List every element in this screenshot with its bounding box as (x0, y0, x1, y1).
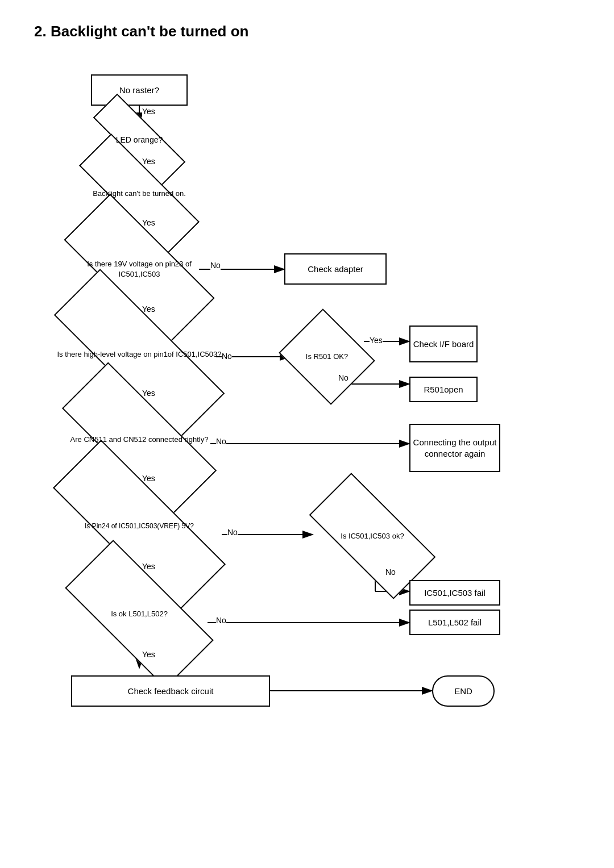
page: 2. Backlight can't be turned on (0, 0, 614, 868)
no-label-q7: No (216, 616, 226, 625)
no-label-q3: No (338, 373, 349, 382)
yes-label-2: Yes (142, 157, 155, 166)
q3-diamond: Is R501 OK? (290, 326, 364, 388)
ic501-fail-box: IC501,IC503 fail (409, 580, 500, 606)
yes-label-q7: Yes (142, 650, 155, 659)
q2-diamond: Is there high-level voltage on pin1of IC… (51, 322, 227, 387)
q5-diamond: Is Pin24 of IC501,IC503(VREF) 5V? (51, 492, 227, 560)
yes-label-3: Yes (142, 218, 155, 227)
yes-label-q1: Yes (142, 304, 155, 314)
page-title: 2. Backlight can't be turned on (34, 23, 580, 40)
yes-label-q4: Yes (142, 474, 155, 483)
check-adapter-box: Check adapter (284, 253, 387, 285)
yes-label-1: Yes (142, 107, 155, 116)
q7-diamond: Is ok L501,L502? (68, 580, 210, 648)
no-label-q6: No (385, 567, 396, 577)
no-label-q5: No (227, 528, 238, 537)
connecting-output-box: Connecting the output connector again (409, 424, 500, 472)
check-if-board-box: Check I/F board (409, 326, 478, 362)
l501-fail-box: L501,L502 fail (409, 610, 500, 635)
r501-open-box: R501open (409, 377, 478, 402)
yes-label-q5: Yes (142, 562, 155, 571)
no-raster-box: No raster? (91, 74, 188, 106)
q6-diamond: Is IC501,IC503 ok? (313, 506, 432, 566)
flowchart: No raster? Yes LED orange? Yes Backlight… (34, 57, 580, 853)
yes-label-q3: Yes (370, 336, 383, 345)
check-feedback-box: Check feedback circuit (71, 675, 270, 707)
end-box: END (432, 675, 495, 707)
no-label-q4: No (216, 437, 226, 446)
yes-label-q2: Yes (142, 389, 155, 398)
